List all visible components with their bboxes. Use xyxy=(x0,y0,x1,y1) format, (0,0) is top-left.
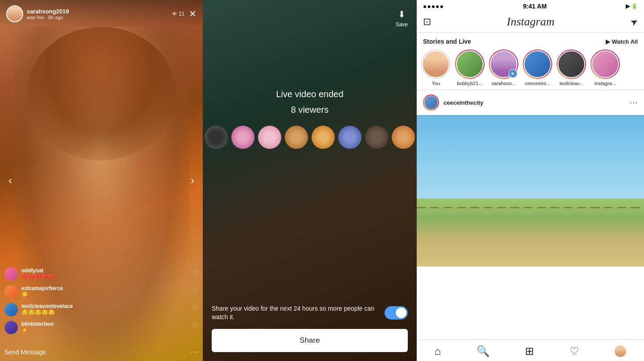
viewer-number: 11 xyxy=(179,11,185,17)
post-more-options-button[interactable]: ··· xyxy=(630,98,638,107)
toggle-knob xyxy=(396,308,406,318)
viewer-count: 👁 11 xyxy=(172,11,185,17)
send-button[interactable]: ➤ xyxy=(628,15,640,28)
story-ring xyxy=(523,49,552,79)
story-avatar xyxy=(456,50,484,78)
battery-icon: ▶ 🔋 xyxy=(626,3,638,9)
comment-content: ⚡ xyxy=(21,327,189,333)
bottom-navigation: ⌂ 🔍 ⊞ ♡ xyxy=(417,339,644,361)
share-button[interactable]: Share xyxy=(212,329,408,352)
live-user-info: sarahsong2019 was live · 8h ago xyxy=(27,8,172,20)
ended-content: Live video ended 8 viewers xyxy=(203,89,417,211)
search-nav-button[interactable]: 🔍 xyxy=(476,345,490,357)
story-name: You xyxy=(432,81,440,86)
comment-text: oddlysat ❤️❤️❤️❤️❤️ xyxy=(21,267,189,280)
more-options-button[interactable]: ··· xyxy=(190,347,198,357)
stories-header: Stories and Live ▶ Watch All xyxy=(417,38,644,45)
home-nav-button[interactable]: ⌂ xyxy=(435,345,441,357)
heart-button[interactable]: ♡ xyxy=(192,268,198,277)
story-item-sarahson[interactable]: sarahson... xyxy=(489,49,518,86)
save-button[interactable]: ⬇ Save xyxy=(396,9,408,28)
viewer-avatar xyxy=(285,126,308,149)
comment-content: 😌😌😌😌😌 xyxy=(21,309,189,316)
story-avatar xyxy=(422,50,450,78)
viewer-avatar xyxy=(312,126,335,149)
post-header: ceeceinthecity ··· xyxy=(417,90,644,115)
story-item-ceeceeint[interactable]: ceeceeint... xyxy=(523,49,552,86)
comment-text: extramajorfierce 😋 xyxy=(21,285,189,298)
viewer-avatar xyxy=(365,126,388,149)
fence-decoration xyxy=(417,207,644,208)
instagram-header: ⊡ Instagram ➤ xyxy=(417,12,644,33)
story-ring-live xyxy=(489,49,518,79)
sky-background xyxy=(417,115,644,198)
prev-button[interactable]: ‹ xyxy=(4,174,17,187)
share-toggle-row: Share your video for the next 24 hours s… xyxy=(212,304,408,322)
stories-section: Stories and Live ▶ Watch All You bobbyb2… xyxy=(417,33,644,90)
heart-button[interactable]: ♡ xyxy=(192,304,198,312)
send-message-label[interactable]: Send Message xyxy=(4,349,46,356)
stories-row: You bobbyb21... sarahson... xyxy=(417,49,644,86)
close-button[interactable]: ✕ xyxy=(189,9,197,18)
comment-content: ❤️❤️❤️❤️❤️ xyxy=(21,274,189,280)
camera-button[interactable]: ⊡ xyxy=(423,16,431,28)
comment-username: oddlysat xyxy=(21,267,189,274)
viewers-count: 8 viewers xyxy=(203,105,417,115)
comment-avatar xyxy=(4,321,18,334)
instagram-logo: Instagram xyxy=(507,15,554,29)
live-header: sarahsong2019 was live · 8h ago 👁 11 ✕ xyxy=(0,0,203,28)
comment-row: blinksterboo ⚡ ♡ xyxy=(4,321,198,334)
story-ring xyxy=(455,49,484,79)
add-post-button[interactable]: ⊞ xyxy=(525,345,534,357)
viewer-avatars xyxy=(203,126,417,149)
story-name: sarahson... xyxy=(492,81,516,86)
heart-button[interactable]: ♡ xyxy=(192,322,198,330)
live-subtitle: was live · 8h ago xyxy=(27,15,172,20)
live-ended-panel: ⬇ Save Live video ended 8 viewers Share … xyxy=(203,0,417,361)
heart-button[interactable]: ♡ xyxy=(192,286,198,295)
post-author-username[interactable]: ceeceinthecity xyxy=(443,99,484,106)
ended-title: Live video ended xyxy=(203,89,417,99)
comment-username: extramajorfierce xyxy=(21,285,189,291)
story-avatar xyxy=(591,50,619,78)
comments-area: oddlysat ❤️❤️❤️❤️❤️ ♡ extramajorfierce 😋… xyxy=(4,267,198,339)
story-name: instagra... xyxy=(595,81,616,86)
watch-all-button[interactable]: ▶ Watch All xyxy=(606,38,638,45)
notifications-button[interactable]: ♡ xyxy=(570,345,579,357)
post-image xyxy=(417,115,644,267)
share-toggle-text: Share your video for the next 24 hours s… xyxy=(212,304,377,322)
eye-icon: 👁 xyxy=(172,11,177,16)
story-item-instagram[interactable]: instagra... xyxy=(591,49,620,86)
comment-avatar xyxy=(4,303,18,316)
save-label: Save xyxy=(396,21,408,28)
hair-background xyxy=(27,27,176,160)
viewer-avatar xyxy=(231,126,254,149)
comment-row: oddlysat ❤️❤️❤️❤️❤️ ♡ xyxy=(4,267,198,281)
instagram-feed-panel: ●●●●● 9:41 AM ▶ 🔋 ⊡ Instagram ➤ Stories … xyxy=(417,0,644,361)
story-ring xyxy=(557,49,586,79)
story-ring xyxy=(421,49,451,79)
comment-username: blinksterboo xyxy=(21,321,189,327)
post-author-avatar xyxy=(424,95,438,110)
send-message-bar: Send Message ··· xyxy=(4,347,198,357)
story-avatar xyxy=(558,50,585,78)
live-host-avatar xyxy=(6,5,23,22)
next-button[interactable]: › xyxy=(186,174,199,187)
story-name: ceeceeint... xyxy=(525,81,550,86)
viewer-avatar xyxy=(258,126,281,149)
profile-nav-button[interactable] xyxy=(615,345,626,357)
live-story-panel: sarahsong2019 was live · 8h ago 👁 11 ✕ ‹… xyxy=(0,0,203,361)
live-username: sarahsong2019 xyxy=(27,8,172,15)
comment-row: extramajorfierce 😋 ♡ xyxy=(4,285,198,299)
story-item-levilcleav[interactable]: levilcleav... xyxy=(557,49,586,86)
comment-content: 😋 xyxy=(21,291,189,298)
viewer-avatar xyxy=(392,126,415,149)
story-item-you[interactable]: You xyxy=(421,49,451,86)
viewer-avatar xyxy=(338,126,361,149)
comment-avatar xyxy=(4,267,18,281)
story-item-bobbyb[interactable]: bobbyb21... xyxy=(455,49,484,86)
comment-text: blinksterboo ⚡ xyxy=(21,321,189,333)
save-icon: ⬇ xyxy=(398,9,406,20)
share-toggle-switch[interactable] xyxy=(385,306,408,320)
story-name: bobbyb21... xyxy=(457,81,483,86)
